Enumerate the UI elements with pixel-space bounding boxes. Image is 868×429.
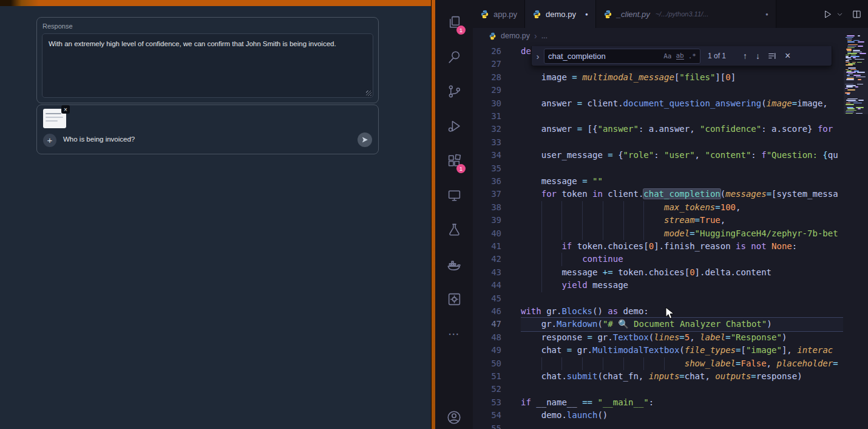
code-line[interactable] (521, 84, 843, 97)
code-line[interactable]: if __name__ == "__main__": (521, 396, 843, 409)
code-line[interactable]: show_label=False, placeholder= (521, 357, 843, 370)
code-line[interactable]: continue (521, 253, 843, 266)
line-number[interactable]: 53 (473, 396, 501, 409)
editor: 2627282930313233343536373839404142434445… (473, 44, 868, 429)
breadcrumb[interactable]: demo.py › ... (473, 28, 843, 44)
line-number[interactable]: 34 (473, 149, 501, 162)
tab-app-py[interactable]: app.py (473, 0, 525, 28)
code-line[interactable]: demo.launch() (521, 409, 843, 422)
remove-attachment-button[interactable]: × (61, 105, 70, 114)
line-number[interactable]: 45 (473, 292, 501, 305)
code-line[interactable]: with gr.Blocks() as demo: (521, 305, 843, 318)
docker-icon (446, 257, 462, 273)
line-number[interactable]: 38 (473, 201, 501, 214)
activity-more[interactable]: ⋯ (435, 317, 473, 351)
line-number[interactable]: 30 (473, 97, 501, 110)
run-python-file-button[interactable] (822, 9, 833, 19)
send-button[interactable] (358, 132, 372, 147)
code-line[interactable]: for token in client.chat_completion(mess… (521, 188, 843, 201)
tab-bar: app.py demo.py ● _client.py ~/.../python… (473, 0, 868, 28)
code-line[interactable]: message = "" (521, 175, 843, 188)
line-number[interactable]: 40 (473, 227, 501, 240)
line-number[interactable]: 36 (473, 175, 501, 188)
editor-actions (822, 0, 868, 28)
whole-word-toggle[interactable]: ab (676, 52, 684, 60)
line-number[interactable]: 54 (473, 409, 501, 422)
line-number[interactable]: 44 (473, 279, 501, 292)
code-line[interactable]: chat.submit(chat_fn, inputs=chat, output… (521, 370, 843, 383)
activity-account[interactable] (435, 400, 473, 429)
line-number[interactable]: 26 (473, 45, 501, 58)
line-number[interactable]: 50 (473, 357, 501, 370)
find-input[interactable] (546, 52, 659, 61)
line-number[interactable]: 49 (473, 344, 501, 357)
line-number[interactable]: 33 (473, 136, 501, 149)
activity-testing[interactable] (435, 213, 473, 247)
toggle-replace-icon[interactable]: › (532, 51, 544, 61)
line-number[interactable]: 47 (473, 318, 501, 331)
activity-run-debug[interactable] (435, 109, 473, 143)
line-number[interactable]: 55 (473, 422, 501, 429)
run-dropdown-icon[interactable] (836, 11, 843, 18)
code-line[interactable]: answer = client.document_question_answer… (521, 97, 843, 110)
code-line[interactable]: image = multimodal_message["files"][0] (521, 71, 843, 84)
code-line[interactable] (521, 162, 843, 175)
add-file-button[interactable]: + (43, 134, 56, 147)
match-case-toggle[interactable]: Aa (663, 52, 671, 60)
line-number[interactable]: 29 (473, 84, 501, 97)
line-number[interactable]: 52 (473, 383, 501, 396)
activity-search[interactable] (435, 39, 473, 74)
run-debug-icon (447, 118, 462, 134)
breadcrumb-symbol[interactable]: ... (541, 32, 548, 40)
line-number[interactable]: 51 (473, 370, 501, 383)
close-find-button[interactable]: × (785, 50, 790, 61)
breadcrumb-file[interactable]: demo.py (501, 32, 530, 40)
line-number[interactable]: 35 (473, 162, 501, 175)
code-line[interactable]: if token.choices[0].finish_reason is not… (521, 240, 843, 253)
line-number[interactable]: 41 (473, 240, 501, 253)
activity-explorer[interactable]: 1 (435, 5, 473, 39)
line-number[interactable]: 28 (473, 71, 501, 84)
line-number[interactable]: 48 (473, 331, 501, 344)
code-line[interactable] (521, 136, 843, 149)
line-number[interactable]: 32 (473, 123, 501, 136)
code-line[interactable]: message += token.choices[0].delta.conten… (521, 266, 843, 279)
line-number[interactable]: 46 (473, 305, 501, 318)
code-line[interactable] (521, 292, 843, 305)
code-line[interactable]: response = gr.Textbox(lines=5, label="Re… (521, 331, 843, 344)
code-line[interactable]: answer = [{"answer": a.answer, "confiden… (521, 123, 843, 136)
line-number[interactable]: 27 (473, 58, 501, 70)
tab-client-py[interactable]: _client.py ~/.../python3.11/... ● (596, 0, 776, 28)
activity-source-control[interactable] (435, 74, 473, 109)
line-number[interactable]: 31 (473, 110, 501, 123)
code-line[interactable]: gr.Markdown("# 🔍 Document Analyzer Chatb… (521, 318, 843, 331)
code-line[interactable]: model="HuggingFaceH4/zephyr-7b-bet (521, 227, 843, 240)
gradio-app-pane: Response With an extremely high level of… (0, 0, 431, 429)
code-line[interactable]: yield message (521, 279, 843, 292)
code-line[interactable] (521, 110, 843, 123)
line-number[interactable]: 42 (473, 253, 501, 266)
activity-extensions[interactable]: 1 (435, 143, 473, 178)
code-line[interactable] (521, 422, 843, 429)
explorer-badge: 1 (456, 26, 466, 35)
activity-settings-tool[interactable] (435, 282, 473, 317)
activity-remote-explorer[interactable] (435, 178, 473, 213)
minimap[interactable] (844, 30, 868, 429)
code-line[interactable]: chat = gr.MultimodalTextbox(file_types=[… (521, 344, 843, 357)
find-in-selection-toggle[interactable] (768, 52, 776, 60)
response-textarea[interactable]: With an extremely high level of confiden… (42, 33, 373, 98)
activity-docker[interactable] (435, 247, 473, 282)
next-match-button[interactable]: ↓ (756, 51, 760, 61)
split-editor-button[interactable] (852, 9, 862, 19)
code-line[interactable]: stream=True, (521, 214, 843, 227)
line-number[interactable]: 37 (473, 188, 501, 201)
chat-message-input[interactable]: Who is being invoiced? (63, 136, 135, 143)
regex-toggle[interactable]: .* (688, 52, 696, 60)
code-line[interactable]: max_tokens=100, (521, 201, 843, 214)
code-line[interactable] (521, 383, 843, 396)
previous-match-button[interactable]: ↑ (743, 51, 747, 61)
code-line[interactable]: user_message = {"role": "user", "content… (521, 149, 843, 162)
line-number[interactable]: 39 (473, 214, 501, 227)
tab-demo-py[interactable]: demo.py ● (525, 0, 596, 28)
line-number[interactable]: 43 (473, 266, 501, 279)
